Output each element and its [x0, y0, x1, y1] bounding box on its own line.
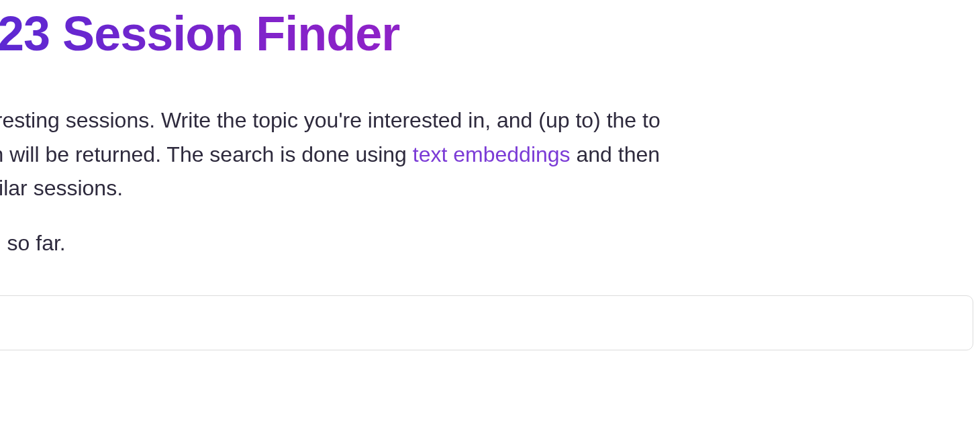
description-line-2-pre: related session will be returned. The se… [0, 142, 413, 166]
description-line-1: search for interesting sessions. Write t… [0, 108, 660, 132]
page-title: onf 2023 Session Finder [0, 9, 980, 58]
search-container [0, 295, 973, 350]
text-embeddings-link[interactable]: text embeddings [413, 142, 571, 166]
search-input[interactable] [0, 295, 973, 350]
intro-description: search for interesting sessions. Write t… [0, 103, 980, 205]
index-status: ssions indexed so far. [0, 228, 980, 258]
description-line-3: d the most similar sessions. [0, 176, 123, 200]
description-line-2-post: and then [571, 142, 660, 166]
